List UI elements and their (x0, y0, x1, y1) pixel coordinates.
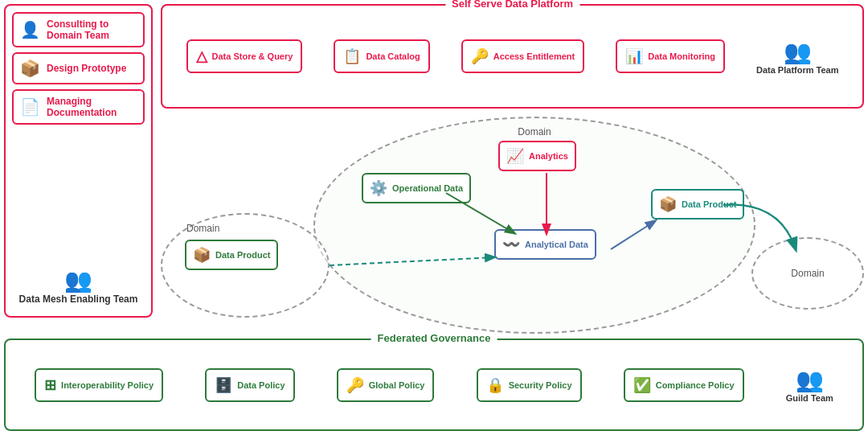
platform-team-icon: 👥 (784, 39, 812, 65)
bottom-governance: Federated Governance ⊞ Interoperability … (4, 339, 864, 431)
governance-item-security[interactable]: 🔒 Security Policy (477, 368, 582, 402)
team-icon: 👥 (64, 267, 92, 293)
sidebar-item-documentation[interactable]: 📄 Managing Documentation (12, 89, 145, 125)
platform-item-store[interactable]: △ Data Store & Query (186, 39, 303, 73)
top-platform: Self Serve Data Platform △ Data Store & … (161, 4, 864, 109)
person-icon: 👤 (20, 20, 40, 39)
governance-item-global[interactable]: 🔑 Global Policy (337, 368, 435, 402)
enabling-team: 👥 Data Mesh Enabling Team (12, 262, 145, 310)
operational-data-box[interactable]: ⚙️ Operational Data (362, 173, 471, 203)
platform-item-monitoring[interactable]: 📊 Data Monitoring (616, 39, 725, 73)
domain-small-right-label: Domain (791, 268, 824, 279)
analytics-box[interactable]: 📈 Analytics (498, 141, 576, 171)
box-icon: 📦 (20, 59, 40, 78)
data-policy-icon: 🗄️ (215, 376, 232, 394)
domain-small-right-ellipse: Domain (751, 237, 864, 310)
data-product-main-icon: 📦 (659, 195, 677, 213)
platform-title: Self Serve Data Platform (445, 0, 579, 10)
guild-team-icon: 👥 (796, 367, 824, 393)
left-sidebar: 👤 Consulting to Domain Team 📦 Design Pro… (4, 4, 153, 318)
data-product-main-box[interactable]: 📦 Data Product (651, 189, 744, 220)
key-icon: 🔑 (471, 47, 489, 65)
guild-team: 👥 Guild Team (786, 367, 833, 403)
domain-main-label: Domain (518, 126, 551, 137)
governance-title: Federated Governance (371, 332, 497, 344)
doc-icon: 📄 (20, 97, 40, 117)
platform-item-catalog[interactable]: 📋 Data Catalog (334, 39, 429, 73)
platform-team: 👥 Data Platform Team (756, 39, 839, 75)
operational-icon: ⚙️ (370, 179, 387, 197)
catalog-icon: 📋 (343, 47, 361, 65)
chart-icon: 📊 (625, 47, 643, 65)
interop-icon: ⊞ (44, 376, 56, 394)
sidebar-item-design[interactable]: 📦 Design Prototype (12, 52, 145, 84)
governance-item-compliance[interactable]: ✅ Compliance Policy (624, 368, 744, 402)
global-icon: 🔑 (346, 376, 364, 394)
triangle-icon: △ (196, 47, 207, 65)
analytical-icon: 〰️ (502, 236, 520, 253)
platform-items-container: △ Data Store & Query 📋 Data Catalog 🔑 Ac… (162, 6, 862, 107)
governance-items-container: ⊞ Interoperability Policy 🗄️ Data Policy… (6, 340, 862, 429)
compliance-icon: ✅ (633, 376, 651, 394)
platform-item-access[interactable]: 🔑 Access Entitlement (461, 39, 584, 73)
diagram: 👤 Consulting to Domain Team 📦 Design Pro… (0, 0, 868, 435)
sidebar-item-consulting[interactable]: 👤 Consulting to Domain Team (12, 12, 145, 47)
governance-item-data[interactable]: 🗄️ Data Policy (205, 368, 294, 402)
data-product-left-box[interactable]: 📦 Data Product (185, 240, 278, 270)
governance-item-interop[interactable]: ⊞ Interoperability Policy (35, 368, 163, 402)
analytical-data-box[interactable]: 〰️ Analytical Data (494, 229, 596, 260)
security-icon: 🔒 (486, 376, 504, 394)
analytics-icon: 📈 (506, 147, 524, 165)
domain-small-left-label: Domain (186, 223, 219, 234)
data-product-left-icon: 📦 (193, 246, 211, 264)
